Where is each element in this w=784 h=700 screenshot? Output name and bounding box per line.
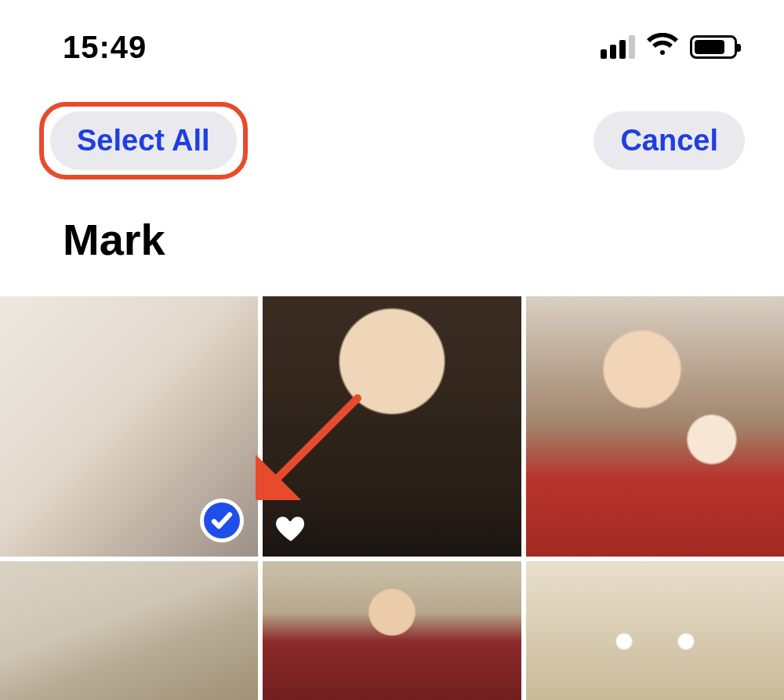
- page-title: Mark: [0, 195, 784, 296]
- photo-thumbnail[interactable]: [263, 296, 521, 557]
- select-all-button[interactable]: Select All: [50, 111, 237, 170]
- photo-thumbnail[interactable]: [526, 296, 784, 557]
- photo-thumbnail[interactable]: [263, 561, 521, 700]
- photo-thumbnail[interactable]: [0, 561, 258, 700]
- photo-thumbnail[interactable]: [0, 296, 258, 557]
- photo-thumbnail[interactable]: [526, 561, 784, 700]
- status-time: 15:49: [63, 30, 147, 65]
- wifi-icon: [646, 33, 679, 61]
- photo-grid: [0, 296, 784, 700]
- selection-check-icon: [200, 499, 244, 542]
- status-icons: [601, 33, 737, 61]
- navigation-bar: Select All Cancel: [0, 78, 784, 195]
- battery-icon: [690, 35, 737, 59]
- cellular-signal-icon: [601, 35, 635, 59]
- annotation-highlight: Select All: [39, 102, 248, 180]
- favorite-heart-icon: [274, 511, 308, 546]
- cancel-button[interactable]: Cancel: [593, 111, 745, 170]
- status-bar: 15:49: [0, 0, 784, 78]
